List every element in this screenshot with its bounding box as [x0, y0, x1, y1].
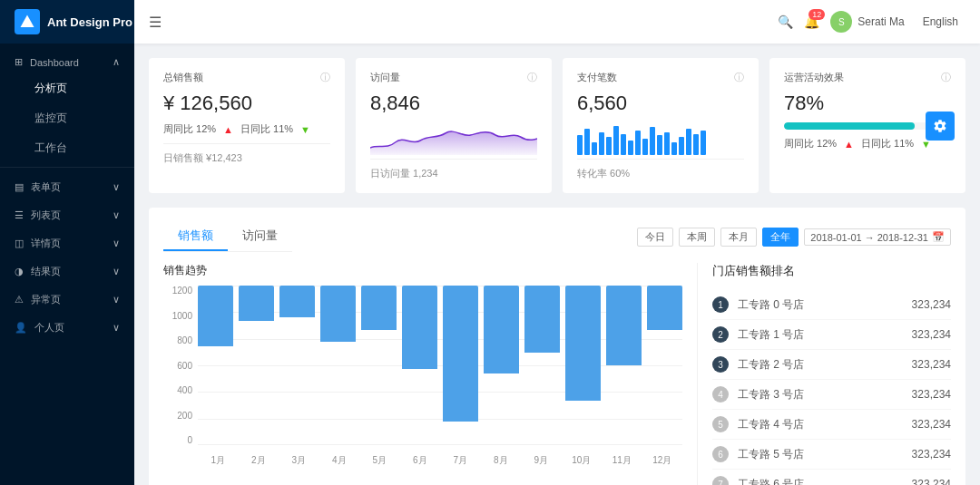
trend-day-down-icon: ▼ [300, 124, 310, 135]
notification-badge: 12 [808, 9, 825, 20]
bar-3[interactable] [320, 286, 356, 342]
profile-icon: 👤 [15, 322, 27, 334]
ranking-item-5: 6工专路 5 号店323,234 [712, 440, 951, 470]
bar-4[interactable] [361, 286, 397, 330]
ranking-item-6: 7工专路 6 号店323,234 [712, 470, 951, 485]
exception-icon: ⚠ [15, 294, 24, 306]
bar-group-2 [279, 286, 315, 445]
stat-card-title-payments: 支付笔数 ⓘ [577, 71, 744, 84]
detail-icon: ◫ [15, 238, 24, 249]
date-btn-month[interactable]: 本月 [720, 228, 757, 247]
ranking-name-1: 工专路 1 号店 [738, 327, 912, 343]
x-label-2: 3月 [279, 454, 319, 467]
chart-section: 销售额 访问量 今日 本周 本月 全年 2018-01-01 → 2018-12… [149, 208, 965, 485]
bar-2[interactable] [279, 286, 315, 317]
x-label-8: 9月 [521, 454, 562, 467]
ranking-num-6: 7 [712, 476, 729, 485]
y-label-1000: 1000 [163, 311, 192, 321]
sidebar-item-monitor[interactable]: 监控页 [0, 103, 134, 133]
bar-6[interactable] [443, 286, 478, 422]
search-icon[interactable]: 🔍 [778, 15, 793, 29]
language-selector[interactable]: English [916, 12, 965, 32]
ranking-panel: 门店销售额排名 1工专路 0 号店323,2342工专路 1 号店323,234… [697, 263, 951, 485]
ranking-item-2: 3工专路 2 号店323,234 [712, 350, 951, 380]
sidebar-item-list[interactable]: ☰ 列表页 ∨ [0, 199, 134, 228]
avatar: S [830, 11, 852, 33]
info-icon-campaign[interactable]: ⓘ [941, 71, 951, 84]
user-menu[interactable]: S Serati Ma [830, 11, 904, 33]
bar-5[interactable] [402, 286, 437, 369]
ranking-value-6: 323,234 [912, 478, 951, 485]
x-label-0: 1月 [198, 454, 239, 467]
tab-visits[interactable]: 访问量 [228, 222, 292, 251]
menu-toggle-icon[interactable]: ☰ [149, 14, 162, 31]
stat-card-title-visits: 访问量 ⓘ [370, 71, 537, 84]
main-area: ☰ 🔍 🔔 12 S Serati Ma English 总销售额 ⓘ [134, 0, 980, 485]
bar-group-0 [198, 286, 233, 445]
sidebar-item-results[interactable]: ◑ 结果页 ∨ [0, 256, 134, 284]
stat-card-payments: 支付笔数 ⓘ 6,560 [563, 58, 759, 193]
info-icon-visits[interactable]: ⓘ [527, 71, 537, 84]
stat-card-campaign: 运营活动效果 ⓘ 78% 周同比 12% ▲ 日同比 11% ▼ [769, 58, 965, 193]
sidebar-item-workspace[interactable]: 工作台 [0, 133, 134, 163]
bar-10[interactable] [606, 286, 642, 365]
sidebar-item-forms[interactable]: ▤ 表单页 ∨ [0, 171, 134, 199]
bar-1[interactable] [239, 286, 274, 321]
bar-group-11 [647, 286, 682, 445]
chart-section-header: 销售额 访问量 今日 本周 本月 全年 2018-01-01 → 2018-12… [163, 222, 951, 252]
ranking-name-5: 工专路 5 号店 [738, 447, 912, 462]
bar-0[interactable] [198, 286, 233, 346]
chevron-down-icon-2: ∨ [113, 209, 120, 221]
svg-marker-0 [21, 15, 34, 28]
chart-x-labels: 1月2月3月4月5月6月7月8月9月10月11月12月 [198, 454, 682, 467]
bar-group-5 [402, 286, 437, 445]
y-label-200: 200 [163, 411, 192, 421]
y-label-400: 400 [163, 385, 192, 395]
sidebar-item-exception[interactable]: ⚠ 异常页 ∨ [0, 284, 134, 312]
sidebar-group-dashboard[interactable]: ⊞ Dashboard ∧ [0, 47, 134, 73]
ranking-name-0: 工专路 0 号店 [738, 297, 912, 313]
stat-footer-visits: 日访问量 1,234 [370, 159, 537, 180]
x-label-10: 11月 [602, 454, 642, 467]
sidebar-item-analysis[interactable]: 分析页 [0, 73, 134, 103]
ranking-name-6: 工专路 6 号店 [738, 477, 912, 486]
date-controls: 今日 本周 本月 全年 2018-01-01 → 2018-12-31 📅 [637, 228, 951, 247]
ranking-num-3: 4 [712, 386, 729, 403]
date-btn-today[interactable]: 今日 [637, 228, 673, 247]
bell-icon[interactable]: 🔔 12 [804, 15, 819, 29]
nav-divider-1 [0, 167, 134, 168]
bar-group-6 [443, 286, 478, 445]
ranking-value-5: 323,234 [912, 448, 951, 461]
chart-main-layout: 销售趋势 1200 1000 800 600 400 200 0 [163, 263, 951, 485]
bar-11[interactable] [647, 286, 682, 330]
date-btn-year[interactable]: 全年 [762, 228, 799, 247]
ranking-item-0: 1工专路 0 号店323,234 [712, 290, 951, 320]
sidebar: Ant Design Pro ⊞ Dashboard ∧ 分析页 监控页 工作台… [0, 0, 134, 485]
bar-8[interactable] [524, 286, 560, 353]
sidebar-nav: ⊞ Dashboard ∧ 分析页 监控页 工作台 ▤ 表单页 ∨ ☰ 列表页 … [0, 44, 134, 485]
info-icon-payments[interactable]: ⓘ [734, 71, 744, 84]
ranking-item-4: 5工专路 4 号店323,234 [712, 410, 951, 440]
sidebar-item-profile[interactable]: 👤 个人页 ∨ [0, 312, 134, 340]
tab-sales[interactable]: 销售额 [163, 222, 228, 251]
date-btn-week[interactable]: 本周 [679, 228, 715, 247]
y-label-0: 0 [163, 435, 192, 445]
ranking-item-1: 2工专路 1 号店323,234 [712, 320, 951, 350]
bar-7[interactable] [484, 286, 519, 373]
settings-button[interactable] [926, 112, 955, 141]
trend-week-up-icon-2: ▲ [844, 139, 854, 150]
chevron-down-icon: ∨ [113, 181, 120, 193]
date-range-picker[interactable]: 2018-01-01 → 2018-12-31 📅 [804, 228, 951, 246]
bar-9[interactable] [565, 286, 601, 401]
chevron-icon: ∧ [113, 56, 120, 68]
sidebar-logo: Ant Design Pro [0, 0, 134, 44]
y-label-800: 800 [163, 335, 192, 345]
sidebar-item-detail[interactable]: ◫ 详情页 ∨ [0, 228, 134, 256]
chart-y-axis: 1200 1000 800 600 400 200 0 [163, 286, 192, 445]
ranking-num-5: 6 [712, 446, 729, 462]
header: ☰ 🔍 🔔 12 S Serati Ma English [134, 0, 980, 44]
info-icon-sales[interactable]: ⓘ [320, 71, 330, 84]
payments-bar-chart [577, 122, 744, 155]
stat-card-total-sales: 总销售额 ⓘ ¥ 126,560 周同比 12% ▲ 日同比 11% ▼ 日销售… [149, 58, 345, 193]
ranking-list: 1工专路 0 号店323,2342工专路 1 号店323,2343工专路 2 号… [712, 290, 951, 485]
